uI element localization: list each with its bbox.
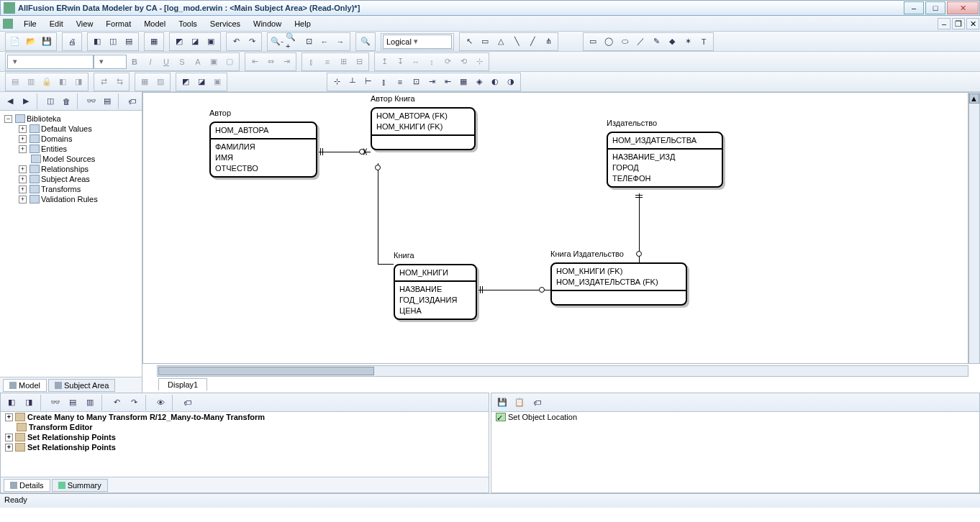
tab-subject-area[interactable]: Subject Area xyxy=(48,379,115,392)
bring-front-icon[interactable]: ↥ xyxy=(376,54,392,70)
mdi-minimize[interactable]: – xyxy=(938,18,950,29)
font-color-icon[interactable]: A xyxy=(190,54,206,70)
menu-tools[interactable]: Tools xyxy=(172,18,204,29)
act-view-icon[interactable]: 👁 xyxy=(153,395,168,411)
flip-v-icon[interactable]: ↕ xyxy=(424,54,440,70)
tree-item-model-sources[interactable]: Model Sources xyxy=(1,154,140,164)
entity-kniga-izdatelstvo[interactable]: Книга Издательство НОМ_КНИГИ (FK) НОМ_ИЗ… xyxy=(550,262,687,306)
tr-i-icon[interactable]: ▨ xyxy=(153,74,168,90)
tab-model[interactable]: Model xyxy=(3,379,47,392)
act-b-icon[interactable]: ◨ xyxy=(21,395,37,411)
align-left-icon[interactable]: ⇤ xyxy=(247,54,263,70)
flip-h-icon[interactable]: ↔ xyxy=(408,54,424,70)
shape-pencil-icon[interactable]: ✎ xyxy=(648,34,664,50)
expl-back-icon[interactable]: ◀ xyxy=(3,93,17,109)
tr-l-icon[interactable]: ▣ xyxy=(209,74,225,90)
redo-icon[interactable]: ↷ xyxy=(244,34,260,50)
menu-file[interactable]: File xyxy=(17,18,43,29)
shape-rect-icon[interactable]: ▭ xyxy=(585,34,601,50)
lay-a-icon[interactable]: ⊹ xyxy=(329,74,345,90)
lay-b-icon[interactable]: ┴ xyxy=(345,74,360,90)
tree-item-subject-areas[interactable]: +Subject Areas xyxy=(1,174,140,184)
rel-kniga-to-avtorkniga-h[interactable] xyxy=(378,264,394,265)
line-color-icon[interactable]: ▢ xyxy=(222,54,237,70)
tree-item-entities[interactable]: +Entities xyxy=(1,144,140,154)
act-c-icon[interactable]: ▤ xyxy=(65,395,81,411)
mdi-close[interactable]: ✕ xyxy=(966,18,979,29)
dist-h-icon[interactable]: ⫿ xyxy=(304,54,319,70)
expand-icon[interactable]: + xyxy=(5,413,13,421)
action-row[interactable]: +Create Many to Many Transform R/12_Many… xyxy=(1,412,489,422)
close-button[interactable]: ✕ xyxy=(947,1,979,14)
tab-details[interactable]: Details xyxy=(4,479,50,492)
lay-e-icon[interactable]: ≡ xyxy=(392,74,408,90)
zoom-prev-icon[interactable]: ← xyxy=(317,34,332,50)
zoom-next-icon[interactable]: → xyxy=(332,34,348,50)
act-d-icon[interactable]: ▥ xyxy=(82,395,98,411)
act-find-icon[interactable]: 👓 xyxy=(47,395,63,411)
advisory-row[interactable]: ✓Set Object Location xyxy=(491,412,979,422)
new-icon[interactable]: 📄 xyxy=(7,34,23,50)
menu-edit[interactable]: Edit xyxy=(43,18,70,29)
menu-view[interactable]: View xyxy=(70,18,100,29)
rel-nonident-icon[interactable]: ╱ xyxy=(525,34,540,50)
lay-c-icon[interactable]: ⊢ xyxy=(360,74,376,90)
scroll-thumb[interactable] xyxy=(158,367,374,375)
tr-j-icon[interactable]: ◩ xyxy=(178,74,194,90)
tree-item-default-values[interactable]: +Default Values xyxy=(1,124,140,134)
entity-avtor-kniga[interactable]: Автор Книга НОМ_АВТОРА (FK) НОМ_КНИГИ (F… xyxy=(371,107,476,150)
expl-find-icon[interactable]: 👓 xyxy=(84,93,99,109)
expl-fwd-icon[interactable]: ▶ xyxy=(19,93,33,109)
action-row[interactable]: +Set Relationship Points xyxy=(1,432,489,442)
act-a-icon[interactable]: ◧ xyxy=(4,395,19,411)
act-undo-icon[interactable]: ↶ xyxy=(109,395,124,411)
italic-icon[interactable]: I xyxy=(142,54,158,70)
lay-d-icon[interactable]: ⫿ xyxy=(376,74,392,90)
tr-k-icon[interactable]: ◪ xyxy=(194,74,209,90)
rel-many-icon[interactable]: ⋔ xyxy=(540,34,556,50)
rel-ident-icon[interactable]: ╲ xyxy=(509,34,525,50)
act-redo-icon[interactable]: ↷ xyxy=(126,395,142,411)
tr-e-icon[interactable]: ◨ xyxy=(71,74,86,90)
adv-save-icon[interactable]: 💾 xyxy=(494,395,510,411)
snap-icon[interactable]: ⊹ xyxy=(471,54,487,70)
model-tree[interactable]: − Biblioteka +Default Values +Domains +E… xyxy=(0,111,142,377)
canvas-hscroll[interactable] xyxy=(157,365,968,377)
tr-d-icon[interactable]: ◧ xyxy=(55,74,71,90)
menu-services[interactable]: Services xyxy=(204,18,247,29)
subtype-icon[interactable]: △ xyxy=(493,34,509,50)
act-tag-icon[interactable]: 🏷 xyxy=(179,395,195,411)
tree-item-domains[interactable]: +Domains xyxy=(1,134,140,144)
shape-round-icon[interactable]: ◯ xyxy=(601,34,617,50)
zoom-fit-icon[interactable]: ⊡ xyxy=(301,34,317,50)
rotate-icon[interactable]: ⟳ xyxy=(440,54,455,70)
shape-poly-icon[interactable]: ◆ xyxy=(664,34,680,50)
model-level-select[interactable]: Logical xyxy=(383,35,452,49)
menu-format[interactable]: Format xyxy=(99,18,137,29)
entity-avtor[interactable]: Автор НОМ_АВТОРА ФАМИЛИЯ ИМЯ ОТЧЕСТВО xyxy=(209,122,317,178)
shape-oval-icon[interactable]: ⬭ xyxy=(617,34,632,50)
ungroup-icon[interactable]: ⊟ xyxy=(351,54,367,70)
diagram-canvas[interactable]: Автор НОМ_АВТОРА ФАМИЛИЯ ИМЯ ОТЧЕСТВО Ав… xyxy=(142,92,968,364)
pointer-icon[interactable]: ↖ xyxy=(461,34,477,50)
expand-icon[interactable]: + xyxy=(19,186,27,193)
tr-f-icon[interactable]: ⇄ xyxy=(96,74,112,90)
fill-color-icon[interactable]: ▣ xyxy=(206,54,222,70)
print-icon[interactable]: 🖨 xyxy=(64,34,80,50)
expl-tag-icon[interactable]: 🏷 xyxy=(124,93,139,109)
scroll-up-icon[interactable]: ▲ xyxy=(969,93,979,104)
entity-kniga[interactable]: Книга НОМ_КНИГИ НАЗВАНИЕ ГОД_ИЗДАНИЯ ЦЕН… xyxy=(394,264,477,320)
view-icon[interactable]: ◪ xyxy=(187,34,203,50)
save-icon[interactable]: 💾 xyxy=(39,34,55,50)
tool-c-icon[interactable]: ▤ xyxy=(121,34,137,50)
minimize-button[interactable]: – xyxy=(904,1,924,14)
underline-icon[interactable]: U xyxy=(158,54,174,70)
rel-kniga-to-avtorkniga[interactable] xyxy=(378,163,378,264)
entity-izdatelstvo[interactable]: Издательство НОМ_ИЗДАТЕЛЬСТВА НАЗВАНИЕ_И… xyxy=(607,132,723,188)
window-icon[interactable]: ▣ xyxy=(203,34,219,50)
rotate-ccw-icon[interactable]: ⟲ xyxy=(455,54,471,70)
action-row[interactable]: Transform Editor xyxy=(1,422,489,432)
zoom-in-icon[interactable]: 🔍+ xyxy=(285,34,301,50)
tr-h-icon[interactable]: ▦ xyxy=(137,74,153,90)
expand-icon[interactable]: + xyxy=(19,145,27,153)
